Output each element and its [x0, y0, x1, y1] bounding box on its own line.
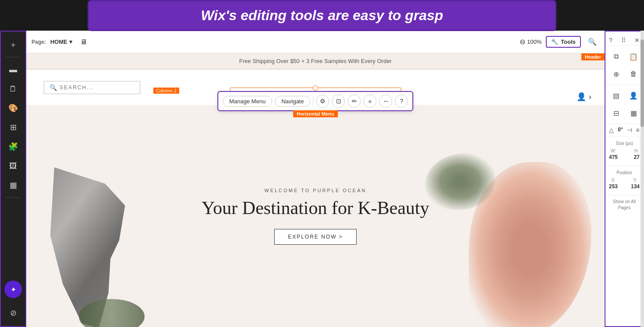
website-canvas: Header Free Shipping Over $50 + 3 Free S…	[26, 53, 605, 327]
search-box[interactable]: 🔍	[44, 81, 140, 94]
canvas-area: Page: HOME ▾ 🖥 ⊖ 100% 🔧 Tools 🔍 Header F…	[26, 31, 605, 327]
zoom-minus-icon[interactable]: ⊖	[520, 38, 525, 46]
height-value[interactable]: 27	[634, 154, 640, 160]
zoom-control[interactable]: ⊖ 100%	[520, 38, 541, 46]
width-label: W:	[611, 148, 616, 153]
toolbar-divider	[313, 96, 314, 106]
text-icon[interactable]: 🗒	[4, 80, 22, 98]
width-field: W: 475	[609, 148, 618, 160]
delete-icon[interactable]: 🗑	[626, 67, 640, 81]
close-icon[interactable]: ✕	[634, 37, 640, 44]
left-sidebar: ＋ ▬ 🗒 🎨 ⊞ 🧩 🖼 ▦ ✦ ⊘	[0, 31, 26, 327]
y-label: Y:	[633, 178, 637, 183]
height-label: H:	[634, 148, 639, 153]
site-header: 🔍 Column 2 Manage Menu Navigate ⚙ ⊡ ✏ « …	[26, 70, 605, 105]
height-field: H: 27	[634, 148, 640, 160]
arrange-icon[interactable]: ▤	[609, 88, 623, 102]
column2-label: Column 2	[153, 88, 179, 94]
page-label: Page:	[32, 39, 46, 45]
editor-wrapper: ＋ ▬ 🗒 🎨 ⊞ 🧩 🖼 ▦ ✦ ⊘ Page: HOME ▾ 🖥 ⊖ 100…	[0, 31, 644, 327]
flip-icon: ⊣	[627, 127, 632, 134]
rotate-icon: △	[609, 127, 614, 134]
sidebar-divider-2	[5, 197, 21, 198]
chevron-down-icon: ▾	[69, 39, 72, 45]
hero-title: Your Destination for K-Beauty	[202, 197, 429, 218]
page-select[interactable]: HOME ▾	[50, 39, 72, 45]
width-value[interactable]: 475	[609, 154, 618, 160]
user-icon: 👤	[577, 92, 586, 102]
table-icon[interactable]: ▦	[4, 176, 22, 194]
right-sidebar-top-bar: ? ⠿ ✕	[605, 35, 643, 46]
add-icon[interactable]: ＋	[4, 36, 22, 53]
position-section: Position X: 253 Y: 134	[605, 166, 643, 195]
size-section: Size (px) W: 475 H: 27	[605, 137, 643, 166]
rotate-value-field: 0°	[618, 127, 623, 134]
shipping-bar: Free Shipping Over $50 + 3 Free Samples …	[26, 53, 605, 69]
resize-handle-top[interactable]	[313, 85, 318, 91]
double-left-arrow-icon[interactable]: «	[364, 95, 377, 108]
align-right-icon[interactable]: ▦	[626, 106, 640, 120]
x-value[interactable]: 253	[609, 183, 618, 190]
size-label: Size (px)	[609, 140, 640, 147]
hero-text: WELCOME TO PURPLE OCEAN Your Destination…	[202, 188, 429, 245]
y-value[interactable]: 134	[631, 183, 640, 190]
header-tag: Header	[581, 53, 605, 60]
help-circle-icon[interactable]: ?	[609, 37, 612, 44]
help-icon[interactable]: ?	[395, 95, 408, 108]
horizontal-resize-icon[interactable]: ↔	[379, 95, 393, 108]
scrollbar[interactable]	[640, 31, 644, 327]
theme-icon[interactable]: 🎨	[4, 99, 22, 117]
horizontal-menu-label: Horizontal Menu	[293, 110, 338, 117]
tools-button[interactable]: 🔧 Tools	[546, 36, 581, 48]
copy-style-icon[interactable]: 📋	[626, 49, 640, 63]
search-icon: 🔍	[50, 84, 57, 91]
rotate-field: △	[609, 127, 614, 134]
y-field: Y: 134	[631, 178, 640, 190]
position-label: Position	[609, 169, 640, 176]
hero-subtitle: WELCOME TO PURPLE OCEAN	[202, 188, 429, 193]
apps-icon[interactable]: ⊞	[4, 119, 22, 136]
grid-dots-icon[interactable]: ⠿	[621, 37, 626, 44]
scrollbar-thumb[interactable]	[640, 39, 644, 127]
brush-decoration-left	[39, 156, 145, 327]
search-input[interactable]	[60, 84, 134, 91]
arrange-section: ▤ 👤 ⊟ ▦	[605, 85, 643, 124]
flip-vert-field: ≡	[636, 127, 639, 134]
x-label: X:	[611, 178, 615, 183]
settings-icon[interactable]: ⚙	[316, 95, 329, 108]
copy-paste-section: ⧉ 📋 ⊕ 🗑	[605, 46, 643, 85]
manage-menu-button[interactable]: Manage Menu	[223, 96, 272, 107]
hero-section: WELCOME TO PURPLE OCEAN Your Destination…	[26, 105, 605, 327]
explore-button[interactable]: EXPLORE NOW >	[274, 229, 357, 245]
person-icon[interactable]: 👤	[626, 88, 640, 102]
tools-icon: 🔧	[551, 39, 558, 45]
show-all-pages-label: Show on All Pages	[613, 199, 636, 210]
search-icon[interactable]: 🔍	[585, 35, 599, 49]
copy-icon[interactable]: ⧉	[609, 49, 623, 63]
layout-icon[interactable]: ⊡	[332, 95, 345, 108]
rotate-value: 0°	[618, 127, 623, 133]
flip-vert-icon: ≡	[636, 127, 639, 134]
rotate-section: △ 0° ⊣ ≡	[605, 124, 643, 137]
duplicate-icon[interactable]: ⊕	[609, 67, 623, 81]
navigate-button[interactable]: Navigate	[275, 96, 310, 107]
desktop-icon[interactable]: 🖥	[77, 35, 91, 49]
flip-field: ⊣	[627, 127, 632, 134]
puzzle-icon[interactable]: 🧩	[4, 138, 22, 155]
right-sidebar: ? ⠿ ✕ ⧉ 📋 ⊕ 🗑 ▤ 👤 ⊟ ▦ △ 0° ⊣	[605, 31, 644, 327]
edit-icon[interactable]: ✏	[348, 95, 361, 108]
chevron-icon: ›	[589, 92, 591, 102]
align-left-icon[interactable]: ⊟	[609, 106, 623, 120]
strip-icon[interactable]: ▬	[4, 61, 22, 78]
sidebar-divider-1	[5, 57, 21, 57]
show-all-pages-section: Show on All Pages	[605, 195, 643, 214]
user-icon-area[interactable]: 👤 ›	[577, 92, 591, 102]
annotation-title: Wix's editing tools are easy to grasp	[102, 7, 542, 24]
ai-button[interactable]: ✦	[4, 281, 22, 298]
x-field: X: 253	[609, 178, 618, 190]
zoom-value: 100%	[527, 39, 541, 45]
nav-toolbar: Manage Menu Navigate ⚙ ⊡ ✏ « ↔ ?	[217, 91, 413, 111]
editor-top-bar: Page: HOME ▾ 🖥 ⊖ 100% 🔧 Tools 🔍	[26, 31, 605, 53]
media-icon[interactable]: 🖼	[4, 157, 22, 175]
layers-icon[interactable]: ⊘	[4, 304, 22, 322]
